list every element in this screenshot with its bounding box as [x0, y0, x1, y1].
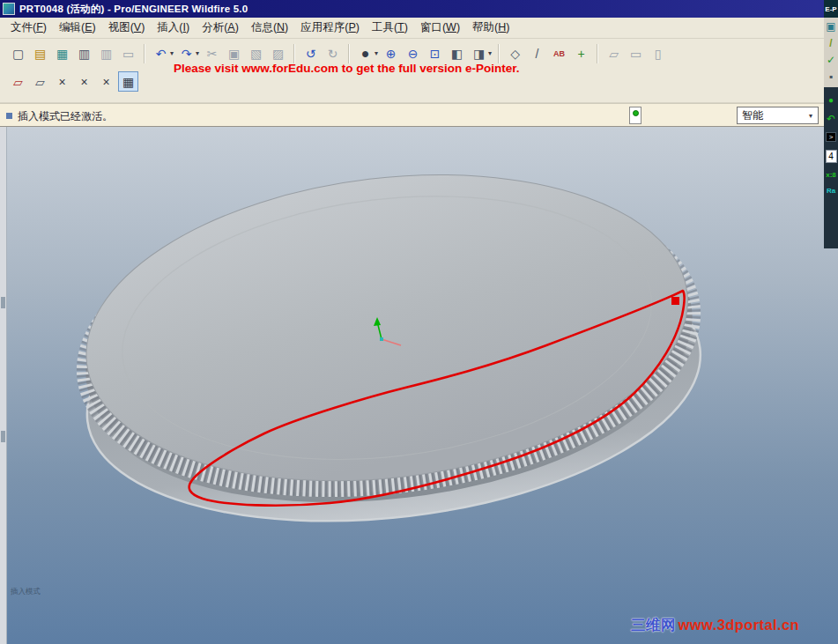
zoom-in-button[interactable]: ⊕: [381, 43, 401, 63]
rail-value-input[interactable]: 4: [826, 150, 837, 163]
message-bar: 插入模式已经激活。 智能 ▾: [0, 103, 838, 127]
application-window: PRT0048 (活动的) - Pro/ENGINEER Wildfire 5.…: [0, 0, 838, 644]
status-message: 插入模式已经激活。: [18, 109, 113, 124]
strip-handle[interactable]: [1, 431, 5, 442]
repaint-button[interactable]: ◧: [447, 43, 467, 63]
model-status-indicator[interactable]: [629, 107, 641, 124]
epointer-toolbar: ▣ / ✓ ▪: [824, 18, 838, 87]
ra-label: Ra: [827, 187, 835, 195]
pencil-icon[interactable]: /: [829, 38, 832, 48]
corner-trim-button[interactable]: ×: [74, 71, 94, 92]
site-watermark-url: www.3dportal.cn: [679, 617, 799, 633]
window-button-3[interactable]: ▯: [648, 43, 668, 63]
toolbar-separator: [498, 44, 500, 63]
strip-handle[interactable]: [1, 297, 5, 308]
sketch-setup-button[interactable]: ▱: [30, 71, 50, 92]
menu-window[interactable]: 窗口(W): [414, 18, 466, 38]
menu-applications[interactable]: 应用程序(P): [294, 18, 366, 38]
toolbar-separator: [293, 44, 295, 63]
plot-button[interactable]: ▭: [118, 43, 138, 63]
cap-model-graphics: [7, 127, 838, 644]
delete-segment-button[interactable]: ×: [52, 71, 72, 92]
site-watermark-name: 三维网: [631, 617, 676, 633]
record-light-icon[interactable]: ●: [828, 95, 834, 106]
prompt-box: >: [826, 132, 836, 142]
rail-tool-1[interactable]: ▣: [826, 21, 835, 32]
menu-insert[interactable]: 插入(I): [151, 18, 196, 38]
chevron-down-icon[interactable]: ▾: [809, 112, 816, 120]
paste-special-button[interactable]: ▨: [268, 43, 288, 63]
chevron-down-icon[interactable]: ▾: [488, 49, 492, 57]
toolbar-separator: [144, 44, 145, 63]
sketch-view-button[interactable]: ▦: [118, 71, 138, 92]
window-button-1[interactable]: ▱: [604, 43, 624, 63]
menu-info[interactable]: 信息(N): [245, 18, 294, 38]
redo-button[interactable]: ↷: [176, 43, 197, 63]
regenerate-button[interactable]: ↺: [300, 43, 321, 63]
copy-button[interactable]: ▣: [224, 43, 244, 63]
refit-button[interactable]: ⊡: [425, 43, 445, 63]
zoom-out-button[interactable]: ⊖: [403, 43, 423, 63]
spin-center-toggle[interactable]: +: [571, 43, 591, 63]
insert-mode-stamp: 插入模式: [11, 587, 41, 597]
menu-view[interactable]: 视图(V): [102, 18, 152, 38]
app-icon: [3, 3, 15, 15]
curve-endpoint-handle[interactable]: [671, 297, 679, 305]
auto-regenerate-button[interactable]: ↻: [323, 43, 343, 63]
datum-axes-toggle[interactable]: /: [527, 43, 547, 63]
chevron-down-icon[interactable]: ▾: [375, 49, 378, 57]
menu-file[interactable]: 文件(F): [4, 18, 53, 38]
sketch-plane-button[interactable]: ▱: [8, 71, 28, 92]
toolbar-separator: [597, 44, 598, 63]
orientation-button[interactable]: ◨: [469, 43, 489, 63]
save-button[interactable]: ▦: [52, 43, 72, 63]
window-button-2[interactable]: ▭: [626, 43, 646, 63]
cut-button[interactable]: ✂: [202, 43, 222, 63]
rail-tool-4[interactable]: ▪: [829, 71, 833, 82]
chevron-down-icon[interactable]: ▾: [196, 49, 199, 57]
green-light-icon: [633, 110, 639, 116]
menu-analysis[interactable]: 分析(A): [196, 18, 245, 38]
menu-tools[interactable]: 工具(T): [366, 18, 414, 38]
epointer-watermark-text: Please visit www.forEdu.com to get the f…: [174, 62, 520, 75]
menu-edit[interactable]: 编辑(E): [53, 18, 102, 38]
x-coordinate-label: x:8: [826, 171, 836, 179]
window-title: PRT0048 (活动的) - Pro/ENGINEER Wildfire 5.…: [19, 3, 248, 16]
open-button[interactable]: ▤: [30, 43, 50, 63]
new-file-button[interactable]: ▢: [8, 43, 28, 63]
undo-arrow-icon[interactable]: ↶: [827, 114, 835, 124]
cap-model[interactable]: [63, 143, 716, 552]
check-icon[interactable]: ✓: [827, 55, 835, 65]
shading-mode-button[interactable]: ●: [355, 43, 375, 63]
epointer-title[interactable]: E-P: [824, 0, 838, 18]
annotations-toggle[interactable]: AB: [549, 43, 569, 63]
paste-button[interactable]: ▧: [246, 43, 266, 63]
epointer-body: ● ↶ > 4 x:8 Ra: [824, 87, 838, 248]
selection-filter-combo[interactable]: 智能 ▾: [737, 107, 819, 124]
menubar: 文件(F) 编辑(E) 视图(V) 插入(I) 分析(A) 信息(N) 应用程序…: [0, 18, 838, 39]
toolbar-separator: [348, 44, 350, 63]
chevron-down-icon[interactable]: ▾: [170, 49, 174, 57]
menu-help[interactable]: 帮助(H): [466, 18, 515, 38]
titlebar[interactable]: PRT0048 (活动的) - Pro/ENGINEER Wildfire 5.…: [0, 0, 838, 18]
epointer-panel: E-P ▣ / ✓ ▪ ● ↶ > 4 x:8 Ra: [824, 0, 838, 280]
print-button[interactable]: ▥: [74, 43, 94, 63]
selection-filter-value: 智能: [738, 108, 763, 123]
status-icon: [6, 113, 12, 119]
divide-entity-button[interactable]: ×: [96, 71, 116, 92]
print-preview-button[interactable]: ▥: [96, 43, 116, 63]
datum-planes-toggle[interactable]: ◇: [505, 43, 525, 63]
left-edge-strip: [0, 127, 7, 644]
3d-viewport[interactable]: 插入模式 三维网www.3dportal.cn: [7, 127, 838, 644]
site-watermark: 三维网www.3dportal.cn: [631, 616, 799, 635]
undo-button[interactable]: ↶: [151, 43, 171, 63]
